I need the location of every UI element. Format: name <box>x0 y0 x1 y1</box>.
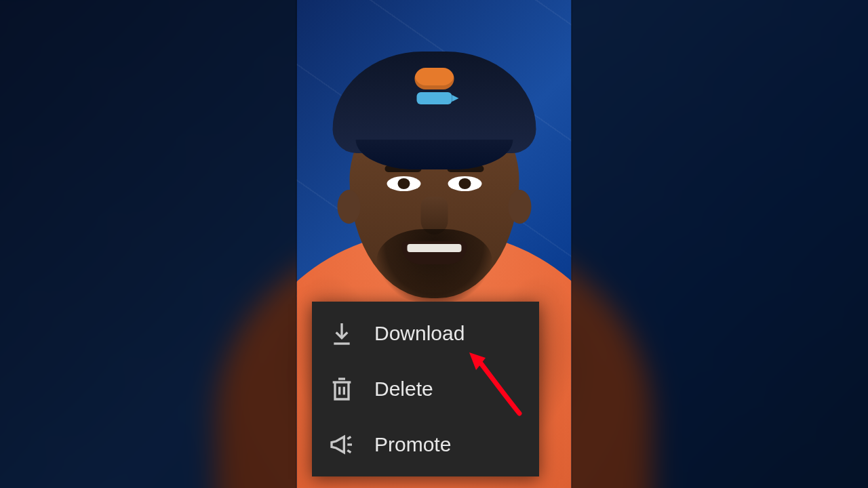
download-icon <box>327 319 357 348</box>
menu-item-label: Download <box>374 322 465 345</box>
menu-item-download[interactable]: Download <box>312 306 539 361</box>
menu-item-label: Delete <box>374 378 433 401</box>
menu-item-delete[interactable]: Delete <box>312 361 539 417</box>
video-options-menu: Download Delete Promote <box>312 302 539 476</box>
cap-logo-icon <box>412 68 456 103</box>
delete-icon <box>327 374 357 404</box>
menu-item-label: Promote <box>374 433 451 456</box>
video-frame: Download Delete Promote <box>0 0 868 488</box>
promote-icon <box>327 430 357 460</box>
menu-item-promote[interactable]: Promote <box>312 417 539 472</box>
